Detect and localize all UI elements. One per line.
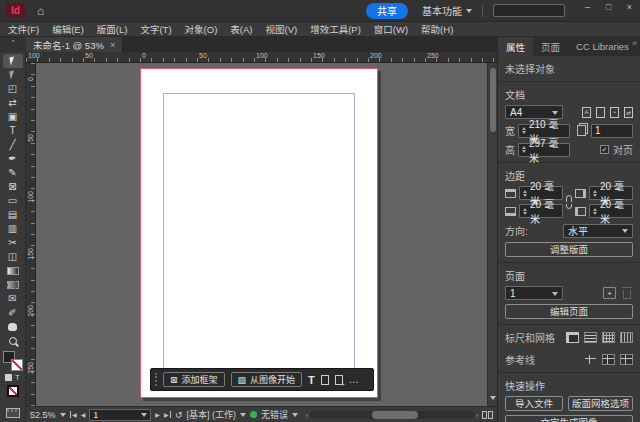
eyedropper-tool[interactable]: ✐ — [3, 306, 23, 320]
search-input[interactable] — [493, 4, 565, 17]
page-tool[interactable]: ◰ — [3, 82, 23, 96]
fill-stroke-swatches[interactable] — [3, 351, 23, 371]
vertical-scrollbar[interactable] — [487, 63, 497, 406]
history-icon[interactable]: ↺ — [175, 410, 183, 420]
vertical-ruler[interactable]: 050100150200250 — [26, 63, 36, 406]
first-page-button[interactable]: ◀ — [70, 411, 77, 418]
spread-view-icon[interactable] — [482, 411, 493, 419]
menu-item-3[interactable]: 版面(L) — [97, 22, 128, 36]
frame-tool[interactable]: ⊠ — [3, 180, 23, 194]
delete-page-button[interactable] — [620, 287, 633, 299]
text-to-image-button[interactable]: 文字生成图像 — [505, 415, 633, 422]
margin-guides-icon[interactable] — [584, 354, 597, 365]
menu-item-4[interactable]: 文字(T) — [140, 22, 171, 36]
menu-item-2[interactable]: 编辑(E) — [52, 22, 84, 36]
content-collector-tool[interactable]: ▣ — [3, 110, 23, 124]
horizontal-grid-tool[interactable]: ▤ — [3, 208, 23, 222]
adjust-layout-button[interactable]: 调整版面 — [505, 242, 633, 257]
free-transform-tool[interactable]: ◫ — [3, 250, 23, 264]
menu-item-5[interactable]: 对象(O) — [185, 22, 218, 36]
horizontal-ruler[interactable]: 10050050100150200250 — [26, 52, 497, 63]
next-page-button[interactable]: ▶ — [155, 411, 160, 418]
rulers-icon[interactable] — [566, 332, 579, 343]
direct-selection-tool[interactable] — [3, 68, 23, 82]
gap-tool[interactable]: ⇄ — [3, 96, 23, 110]
previous-page-button[interactable]: ◀ — [81, 411, 86, 418]
pencil-tool[interactable]: ✎ — [3, 166, 23, 180]
column-guides-icon[interactable] — [602, 354, 615, 365]
add-page-button[interactable]: + — [603, 287, 616, 299]
panel-tab-页面[interactable]: 页面 — [533, 37, 568, 56]
horizontal-scrollbar-thumb[interactable] — [372, 411, 418, 419]
page-count-field[interactable]: 1 — [591, 124, 633, 138]
more-options-icon[interactable]: … — [349, 374, 360, 385]
menu-item-1[interactable]: 文件(F) — [8, 22, 39, 36]
import-file-button[interactable]: 导入文件 — [505, 396, 563, 411]
minimize-button[interactable]: – — [577, 0, 598, 13]
scroll-down-icon[interactable] — [490, 396, 496, 403]
scroll-left-icon[interactable]: ‹ — [306, 412, 308, 418]
menu-item-6[interactable]: 表(A) — [230, 22, 252, 36]
start-from-image-button[interactable]: ▧ 从图像开始 — [231, 372, 303, 387]
preflight-dropdown-icon[interactable] — [240, 413, 246, 420]
page-orientation-icon[interactable]: ⇄ — [624, 107, 633, 118]
baseline-grid-icon[interactable] — [584, 332, 597, 343]
menu-item-9[interactable]: 窗口(W) — [374, 22, 408, 36]
menu-item-10[interactable]: 帮助(H) — [421, 22, 453, 36]
page[interactable] — [140, 68, 378, 398]
zoom-tool[interactable] — [3, 334, 23, 348]
scroll-right-icon[interactable]: › — [476, 412, 478, 418]
horizontal-scrollbar-track[interactable] — [310, 411, 474, 419]
menu-item-7[interactable]: 视图(V) — [265, 22, 297, 36]
note-tool[interactable]: ✉ — [3, 292, 23, 306]
vertical-scrollbar-thumb[interactable] — [490, 68, 496, 132]
document-tab[interactable]: 未命名-1 @ 53% × — [26, 37, 123, 52]
facing-pages-checkbox[interactable]: ✓ — [600, 145, 609, 154]
horizontal-scrollbar[interactable]: ‹ › — [306, 410, 478, 420]
edit-pages-button[interactable]: 编辑页面 — [505, 304, 633, 319]
type-icon[interactable]: T — [308, 374, 315, 386]
page-number-select[interactable]: 1 — [89, 409, 151, 421]
margin-bottom-field[interactable]: 20 毫米 — [519, 204, 563, 218]
last-page-button[interactable]: ▶ — [164, 411, 171, 418]
gradient-feather-tool[interactable] — [3, 278, 23, 292]
zoom-dropdown-icon[interactable] — [60, 413, 66, 420]
preflight-status[interactable]: 无错误 — [261, 408, 288, 421]
workspace-switcher[interactable]: 基本功能 — [422, 3, 472, 18]
menu-item-8[interactable]: 增效工具(P) — [310, 22, 361, 36]
stepper-icon[interactable] — [522, 144, 526, 155]
document-icon[interactable] — [321, 375, 329, 385]
maximize-button[interactable]: □ — [598, 0, 619, 13]
smart-guides-icon[interactable] — [620, 354, 633, 365]
drag-grip-icon[interactable] — [155, 373, 157, 386]
document-canvas[interactable]: 10050050100150200250 050100150200250 ⊠ 添… — [26, 52, 497, 406]
close-tab-icon[interactable]: × — [110, 40, 115, 50]
screen-mode-icon[interactable] — [6, 408, 20, 418]
link-margins-icon[interactable] — [566, 195, 572, 209]
panel-flyout-icon[interactable]: » — [632, 38, 637, 48]
add-page-icon[interactable] — [335, 375, 343, 385]
document-setup-icon[interactable]: A — [582, 107, 591, 118]
selection-tool[interactable] — [3, 54, 23, 68]
type-tool[interactable]: T — [3, 124, 23, 138]
stepper-icon[interactable] — [522, 125, 526, 136]
scissors-tool[interactable]: ✂ — [3, 236, 23, 250]
home-icon[interactable]: ⌂ — [37, 5, 44, 17]
height-field[interactable]: 297 毫米 — [518, 143, 570, 157]
direction-select[interactable]: 水平 — [563, 224, 633, 238]
add-frame-button[interactable]: ⊠ 添加框架 — [163, 372, 225, 387]
zoom-level[interactable]: 52.5% — [30, 410, 56, 420]
close-button[interactable]: × — [619, 0, 640, 13]
pen-tool[interactable]: ✒ — [3, 152, 23, 166]
gradient-swatch-tool[interactable] — [3, 264, 23, 278]
bleed-slug-icon[interactable] — [596, 107, 605, 118]
apply-none-swatch[interactable] — [7, 385, 19, 397]
document-grid-icon[interactable] — [602, 332, 615, 343]
vertical-grid-tool[interactable]: ▥ — [3, 222, 23, 236]
panel-tab-cc-libraries[interactable]: CC Libraries — [568, 37, 637, 56]
hand-tool[interactable] — [3, 320, 23, 334]
rectangle-tool[interactable]: ▭ — [3, 194, 23, 208]
share-button[interactable]: 共享 — [366, 3, 408, 19]
accessibility-icon[interactable]: • — [610, 107, 619, 118]
panel-tab-属性[interactable]: 属性 — [498, 37, 533, 56]
